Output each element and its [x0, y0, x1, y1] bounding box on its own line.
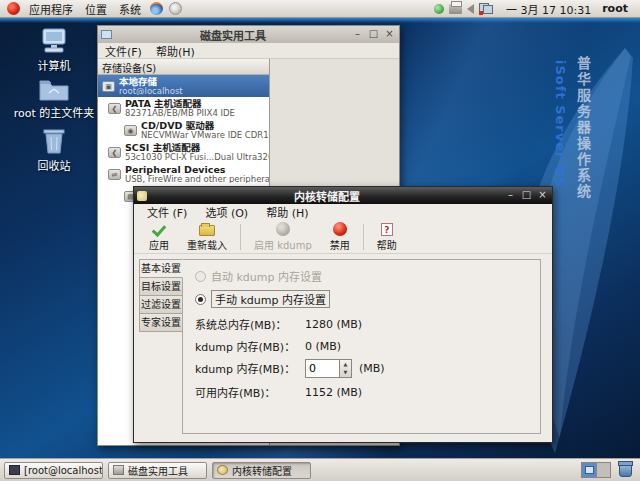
manual-kdump-memory-label: 手动 kdump 内存设置 [211, 290, 330, 308]
total-memory-label: 系统总内存(MB)： [195, 316, 297, 332]
minimize-button[interactable]: – [351, 28, 364, 41]
network-icon[interactable] [479, 3, 493, 14]
kdump-memory-input-label: kdump 内存(MB)： [195, 360, 297, 376]
host-adapter-icon: ❮ [108, 103, 121, 114]
desktop-icon-label: root 的主文件夹 [14, 107, 95, 120]
device-row-peripherals[interactable]: ⇌ Peripheral Devices USB, FireWire and o… [98, 163, 269, 185]
disk-utility-menubar: 文件(F) 帮助(H) [98, 43, 399, 59]
user-indicator[interactable]: root [602, 2, 628, 15]
firefox-launcher-icon[interactable] [150, 2, 163, 15]
menu-system[interactable]: 系统 [113, 1, 147, 17]
reload-label: 重新载入 [187, 237, 227, 252]
taskbar-button-label: 内核转储配置 [232, 463, 292, 478]
taskbar-button-kdump[interactable]: 内核转储配置 [212, 462, 311, 479]
status-green-icon[interactable] [434, 4, 444, 14]
menu-places[interactable]: 位置 [79, 1, 113, 17]
disk-utility-title: 磁盘实用工具 [115, 27, 351, 43]
spin-up-icon[interactable]: ▲ [340, 360, 351, 369]
reload-button[interactable]: 重新载入 [178, 221, 236, 253]
tab-target-settings[interactable]: 目标设置 [139, 277, 183, 296]
apply-button[interactable]: 应用 [140, 221, 178, 253]
spinner-arrows[interactable]: ▲ ▼ [339, 359, 352, 378]
tab-basic-settings[interactable]: 基本设置 [139, 259, 183, 278]
taskbar-trash-icon[interactable] [619, 463, 632, 477]
spin-down-icon[interactable]: ▼ [340, 368, 351, 377]
cdrom-icon: ◉ [124, 125, 137, 136]
disk-utility-app-icon [101, 30, 112, 39]
menu-options[interactable]: 选项 (O) [196, 204, 257, 220]
wallpaper-brand-en: iSoft Server OS [553, 60, 568, 187]
device-row-pata-adapter[interactable]: ❮ PATA 主机适配器 82371AB/EB/MB PIIX4 IDE [98, 97, 269, 119]
kdump-config-window: 内核转储配置 – □ × 文件 (F) 选项 (O) 帮助 (H) 应用 重新载… [133, 186, 553, 443]
desktop-icon-computer[interactable]: 计算机 [6, 28, 102, 73]
taskbar-button-disk-utility[interactable]: 磁盘实用工具 [108, 462, 207, 479]
menu-help[interactable]: 帮助(H) [149, 43, 202, 59]
close-button[interactable]: × [536, 189, 549, 202]
desktop-icon-label: 回收站 [38, 160, 71, 173]
kdump-titlebar[interactable]: 内核转储配置 – □ × [134, 187, 552, 204]
desktop-icon-trash[interactable]: 回收站 [6, 128, 102, 173]
check-icon [152, 222, 166, 236]
toolbar-separator [240, 224, 241, 250]
device-detail: root@localhost [119, 87, 183, 96]
help-icon: ? [381, 223, 393, 236]
workspace-1[interactable] [582, 463, 596, 477]
kdump-memory-value: 0 (MB) [305, 340, 341, 353]
workspace-switcher [581, 462, 611, 478]
kdump-memory-input[interactable] [305, 359, 339, 378]
lock-screen-icon[interactable] [169, 2, 182, 15]
radio-icon [195, 294, 206, 305]
minimize-button[interactable]: – [504, 189, 517, 202]
device-detail: 82371AB/EB/MB PIIX4 IDE [125, 109, 235, 118]
device-detail: NECVMWar VMware IDE CDR10 [141, 131, 269, 140]
menu-help[interactable]: 帮助 (H) [257, 204, 317, 220]
usb-icon: ⇌ [108, 169, 121, 180]
folder-icon [38, 78, 70, 102]
device-row-scsi-adapter[interactable]: ❮ SCSI 主机适配器 53c1030 PCI-X Fusi...Dual U… [98, 141, 269, 163]
auto-kdump-memory-label: 自动 kdump 内存设置 [211, 268, 322, 284]
available-memory-row: 可用内存(MB)： 1152 (MB) [195, 381, 540, 403]
radio-icon [195, 271, 206, 282]
maximize-button[interactable]: □ [367, 28, 380, 41]
tab-filter-settings[interactable]: 过滤设置 [139, 295, 183, 314]
kdump-title: 内核转储配置 [150, 188, 504, 204]
trash-icon [41, 128, 67, 155]
manual-kdump-memory-radio[interactable]: 手动 kdump 内存设置 [195, 289, 540, 309]
device-detail: USB, FireWire and other peripherals [125, 175, 269, 184]
disable-button[interactable]: 禁用 [321, 221, 359, 253]
taskbar-button-label: 磁盘实用工具 [128, 463, 188, 478]
top-panel: 应用程序 位置 系统 一 3月 17 10:31 root [0, 0, 640, 18]
close-button[interactable]: × [383, 28, 396, 41]
available-memory-label: 可用内存(MB)： [195, 384, 297, 400]
reload-folder-icon [199, 225, 215, 236]
auto-kdump-memory-radio: 自动 kdump 内存设置 [195, 266, 540, 286]
storage-device-header[interactable]: 存储设备(S) [98, 59, 269, 75]
desktop-icon-home[interactable]: root 的主文件夹 [6, 78, 102, 120]
computer-icon [39, 28, 69, 55]
wallpaper-brand-cn: 普华服务器操作系统 [573, 56, 593, 200]
desktop: iSoft Server OS 普华服务器操作系统 计算机 root 的主文件夹… [0, 18, 640, 458]
kdump-menubar: 文件 (F) 选项 (O) 帮助 (H) [134, 204, 552, 220]
clock[interactable]: 一 3月 17 10:31 [506, 1, 591, 17]
apply-label: 应用 [149, 237, 169, 252]
device-row-local-storage[interactable]: ▣ 本地存储 root@localhost [98, 75, 269, 97]
disable-icon [333, 222, 347, 236]
tab-expert-settings[interactable]: 专家设置 [139, 313, 183, 332]
volume-icon[interactable] [467, 4, 474, 14]
enable-kdump-label: 启用 kdump [254, 237, 312, 252]
available-memory-value: 1152 (MB) [305, 386, 362, 399]
maximize-button[interactable]: □ [520, 189, 533, 202]
device-row-cdrom[interactable]: ◉ CD/DVD 驱动器 NECVMWar VMware IDE CDR10 [98, 119, 269, 141]
kdump-app-icon [137, 191, 147, 201]
workspace-2[interactable] [596, 463, 610, 477]
kdump-settings-tabs: 基本设置 目标设置 过滤设置 专家设置 [139, 259, 183, 331]
distro-logo-icon[interactable] [7, 2, 20, 15]
menu-file[interactable]: 文件 (F) [138, 204, 196, 220]
taskbar-button-terminal[interactable]: [root@localhost: ~] [4, 462, 103, 479]
menu-file[interactable]: 文件(F) [98, 43, 149, 59]
printer-tray-icon[interactable] [449, 4, 462, 14]
menu-applications[interactable]: 应用程序 [23, 1, 79, 17]
kdump-memory-label: kdump 内存(MB)： [195, 338, 297, 354]
help-button[interactable]: ? 帮助 [368, 221, 406, 253]
disk-utility-titlebar[interactable]: 磁盘实用工具 – □ × [98, 26, 399, 43]
